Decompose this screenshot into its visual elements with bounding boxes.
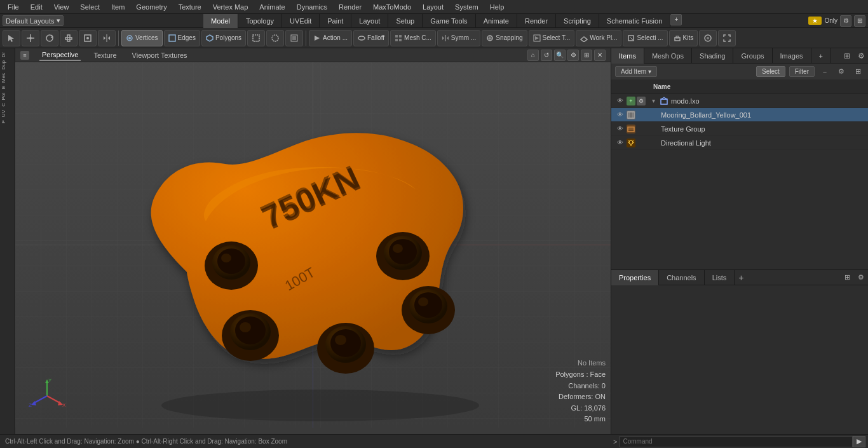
viewport-canvas[interactable]: 750KN 750KN 100T Y [15, 62, 611, 428]
sidebar-btn-f[interactable]: F [1, 119, 14, 125]
menu-vertex-map[interactable]: Vertex Map [208, 2, 254, 12]
viewport-tab-texture[interactable]: Texture [91, 50, 119, 60]
tree-eye-light[interactable]: 👁 [614, 137, 627, 149]
add-layout-tab-button[interactable]: + [670, 14, 682, 25]
panel-settings-button[interactable]: ⚙ [854, 49, 868, 63]
transform-tool-button[interactable] [79, 30, 97, 46]
panel-tab-mesh-ops[interactable]: Mesh Ops [644, 48, 692, 64]
layout-tab-scripting[interactable]: Scripting [556, 14, 599, 28]
pb-tab-lists[interactable]: Lists [705, 270, 735, 285]
vp-zoom-button[interactable]: 🔍 [554, 50, 566, 61]
layout-tab-model[interactable]: Model [203, 14, 238, 28]
menu-geometry[interactable]: Geometry [131, 2, 172, 12]
tree-item-light[interactable]: 👁 Directional Light [611, 136, 868, 150]
layout-tab-game-tools[interactable]: Game Tools [423, 14, 476, 28]
tree-eye-root[interactable]: 👁 [614, 95, 627, 107]
symmetry-button[interactable]: Symm ... [437, 30, 480, 46]
items-settings-button[interactable]: ⚙ [835, 65, 848, 78]
snapping-button[interactable]: Snapping [482, 30, 527, 46]
pb-add-tab-button[interactable]: + [735, 271, 747, 285]
command-input[interactable] [620, 436, 853, 447]
items-select-button[interactable]: Select [756, 66, 785, 77]
pb-tab-properties[interactable]: Properties [611, 270, 659, 285]
items-filter-button[interactable]: Filter [789, 66, 815, 77]
vp-lock-button[interactable]: ✕ [594, 50, 606, 61]
polygons-button[interactable]: Polygons [201, 30, 246, 46]
menu-layout[interactable]: Layout [417, 2, 449, 12]
menu-texture[interactable]: Texture [173, 2, 207, 12]
pb-expand-button[interactable]: ⊞ [840, 271, 854, 285]
pb-settings-button[interactable]: ⚙ [854, 271, 868, 285]
layout-tab-schematic[interactable]: Schematic Fusion [599, 14, 670, 28]
select-tool-button[interactable] [3, 30, 20, 46]
fullscreen-button[interactable] [718, 30, 736, 46]
tree-eye-texture[interactable]: 👁 [614, 123, 627, 135]
move-tool-button[interactable] [22, 30, 39, 46]
sidebar-btn-e[interactable]: E [1, 85, 14, 90]
menu-help[interactable]: Help [485, 2, 510, 12]
sidebar-btn-c[interactable]: C [1, 102, 14, 108]
viewport-tab-perspective[interactable]: Perspective [39, 50, 81, 61]
star-button[interactable]: ★ [808, 17, 822, 25]
viewport-tab-textures[interactable]: Viewport Textures [130, 50, 190, 60]
vp-settings-button[interactable]: ⚙ [567, 50, 579, 61]
viewport-circle-button[interactable] [699, 30, 717, 46]
layout-expand-button[interactable]: ⊞ [854, 15, 865, 27]
menu-system[interactable]: System [450, 2, 484, 12]
menu-item[interactable]: Item [106, 2, 130, 12]
tree-expand-root[interactable]: ▾ [652, 97, 660, 104]
vertices-button[interactable]: Vertices [121, 30, 163, 46]
rotate-tool-button[interactable] [41, 30, 58, 46]
menu-dynamics[interactable]: Dynamics [292, 2, 332, 12]
menu-view[interactable]: View [49, 2, 74, 12]
kits-button[interactable]: Kits [669, 30, 698, 46]
panel-tab-images[interactable]: Images [773, 48, 811, 64]
panel-expand-button[interactable]: ⊞ [840, 49, 854, 63]
layout-tab-paint[interactable]: Paint [320, 14, 351, 28]
mesh-button[interactable]: Mesh C... [390, 30, 436, 46]
items-minus-button[interactable]: − [818, 65, 831, 78]
work-plane-button[interactable]: Work Pl... [576, 30, 621, 46]
menu-animate[interactable]: Animate [254, 2, 290, 12]
pb-tab-channels[interactable]: Channels [659, 270, 704, 285]
layout-settings-button[interactable]: ⚙ [840, 15, 851, 27]
tree-item-bollard[interactable]: 👁 Mooring_Bollard_Yellow_001 [611, 108, 868, 122]
menu-maxtomodo[interactable]: MaxToModo [368, 2, 416, 12]
vp-home-button[interactable]: ⌂ [527, 50, 539, 61]
panel-tab-groups[interactable]: Groups [733, 48, 772, 64]
menu-file[interactable]: File [3, 2, 24, 12]
lasso-button[interactable] [266, 30, 284, 46]
viewport-menu-button[interactable]: ≡ [20, 51, 29, 60]
layout-tab-render[interactable]: Render [517, 14, 556, 28]
selection-button[interactable]: Selecti ... [623, 30, 667, 46]
menu-edit[interactable]: Edit [25, 2, 48, 12]
menu-render[interactable]: Render [334, 2, 367, 12]
paint-select-button[interactable] [285, 30, 303, 46]
rect-select-button[interactable] [247, 30, 265, 46]
add-item-button[interactable]: Add Item ▾ [615, 66, 657, 77]
panel-tab-shading[interactable]: Shading [692, 48, 733, 64]
layout-tab-topology[interactable]: Topology [238, 14, 282, 28]
panel-tab-items[interactable]: Items [611, 48, 644, 64]
layout-tab-setup[interactable]: Setup [388, 14, 423, 28]
tree-eye-bollard[interactable]: 👁 [614, 109, 627, 121]
menu-select[interactable]: Select [75, 2, 105, 12]
items-expand-button[interactable]: ⊞ [851, 65, 864, 78]
sidebar-btn-uv[interactable]: UV [1, 109, 14, 118]
sidebar-btn-pol[interactable]: Pol [1, 92, 14, 102]
layout-tab-animate[interactable]: Animate [476, 14, 517, 28]
tree-item-texture-group[interactable]: 👁 Texture Group [611, 122, 868, 136]
sidebar-btn-dup[interactable]: Dup [1, 59, 14, 71]
sidebar-btn-dr[interactable]: Dr [1, 51, 14, 58]
select-type-button[interactable]: Select T... [529, 30, 575, 46]
action-button[interactable]: Action ... [309, 30, 352, 46]
panel-tab-add[interactable]: + [811, 48, 831, 64]
edges-button[interactable]: Edges [164, 30, 200, 46]
viewport[interactable]: ≡ Perspective Texture Viewport Textures … [15, 48, 611, 428]
falloff-button[interactable]: Falloff [353, 30, 389, 46]
scale-tool-button[interactable] [60, 30, 78, 46]
tree-icon-settings-root[interactable]: ⚙ [637, 97, 646, 105]
vp-maximize-button[interactable]: ⊞ [581, 50, 592, 61]
vp-refresh-button[interactable]: ↺ [541, 50, 552, 61]
layout-tab-uvedit[interactable]: UVEdit [282, 14, 320, 28]
